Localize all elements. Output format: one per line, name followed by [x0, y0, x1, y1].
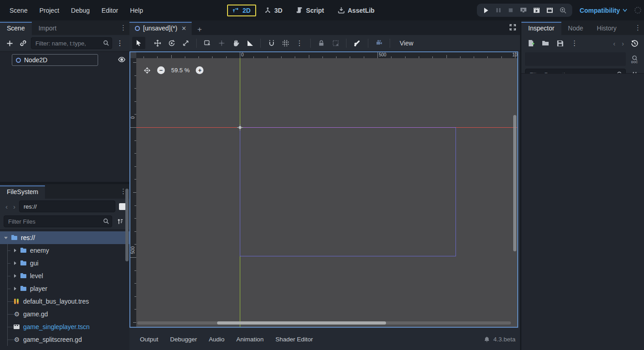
select-tool-button[interactable]	[132, 37, 145, 49]
renderer-dropdown[interactable]: Compatibility	[577, 5, 630, 16]
load-resource-button[interactable]	[540, 37, 551, 49]
pan-tool-button[interactable]	[229, 37, 242, 49]
file-tree-item[interactable]: gui	[0, 257, 129, 270]
file-sort-button[interactable]	[114, 215, 126, 227]
scene-dock-menu-button[interactable]: ⋮	[120, 24, 127, 32]
skeleton-options-button[interactable]	[351, 37, 364, 49]
play-button[interactable]	[481, 6, 490, 15]
workspace-3d-button[interactable]: 3D	[259, 5, 288, 16]
edit-back-button[interactable]: ‹	[611, 40, 617, 47]
bottom-panel-button[interactable]: Animation	[230, 334, 269, 345]
bottom-panel-button[interactable]: Output	[134, 334, 164, 345]
snap-options-button[interactable]: ⋮	[293, 37, 306, 49]
file-tree-item[interactable]: enemy	[0, 244, 129, 257]
current-path-field[interactable]	[19, 200, 115, 212]
ruler-tool-button[interactable]	[243, 37, 256, 49]
scene-tab-unsaved[interactable]: [unsaved](*) ✕	[129, 22, 192, 35]
dock-tab[interactable]: Scene	[0, 22, 32, 35]
menu-item[interactable]: Project	[34, 5, 65, 16]
bottom-panel-button[interactable]: Debugger	[164, 334, 203, 345]
menu-item[interactable]: Debug	[65, 5, 95, 16]
history-back-button[interactable]: ‹	[4, 203, 10, 210]
ruler-corner[interactable]	[130, 52, 136, 58]
toggle-split-mode-button[interactable]	[119, 203, 126, 210]
canvas-horizontal-scrollbar-thumb[interactable]	[217, 321, 386, 325]
lock-selected-button[interactable]	[315, 37, 328, 49]
file-tree[interactable]: res:// enemy gui level player	[0, 230, 129, 350]
list-select-tool-button[interactable]	[201, 37, 214, 49]
menu-item[interactable]: Scene	[4, 5, 34, 16]
chevron-icon[interactable]	[12, 260, 18, 266]
stop-button[interactable]	[506, 6, 515, 14]
distraction-free-button[interactable]	[509, 24, 516, 31]
scale-tool-button[interactable]	[179, 37, 192, 49]
search-icon	[103, 40, 109, 46]
file-tree-item[interactable]: game.gd	[0, 308, 129, 320]
grid-snap-button[interactable]	[279, 37, 292, 49]
view-menu-button[interactable]: View	[394, 38, 419, 49]
group-selected-button[interactable]	[329, 37, 342, 49]
zoom-level-label[interactable]: 59.5 %	[171, 67, 189, 74]
remote-debug-button[interactable]	[519, 6, 528, 15]
zoom-in-button[interactable]: +	[196, 66, 203, 74]
resource-options-button[interactable]: ⋮	[569, 37, 580, 49]
chevron-icon[interactable]	[12, 248, 18, 253]
dock-tab[interactable]: History	[590, 22, 624, 35]
object-history-button[interactable]	[629, 37, 640, 49]
filesystem-scrollbar[interactable]	[125, 189, 129, 261]
canvas-content[interactable]: − 59.5 % +	[136, 58, 517, 327]
center-view-button[interactable]	[144, 67, 151, 74]
rotate-tool-button[interactable]	[165, 37, 178, 49]
workspace-assetlib-button[interactable]: AssetLib	[332, 5, 380, 16]
file-tree-item[interactable]: default_bus_layout.tres	[0, 295, 129, 308]
notification-bell-icon[interactable]	[484, 336, 490, 343]
workspace-script-button[interactable]: Script	[291, 5, 330, 16]
canvas-vertical-scrollbar[interactable]	[513, 115, 516, 251]
dock-tab[interactable]: Import	[32, 22, 64, 35]
chevron-icon[interactable]	[12, 286, 18, 291]
move-tool-button[interactable]	[151, 37, 164, 49]
smart-snap-button[interactable]	[265, 37, 278, 49]
visibility-toggle-button[interactable]	[118, 55, 126, 64]
scene-tree-node-row[interactable]: Node2D	[0, 53, 129, 67]
filter-files-input[interactable]	[4, 215, 112, 227]
file-tree-item[interactable]: game_singleplayer.tscn	[0, 320, 129, 333]
add-node-button[interactable]	[4, 37, 15, 49]
file-tree-item[interactable]: level	[0, 270, 129, 282]
pause-button[interactable]	[494, 6, 503, 14]
inspector-dock-menu-button[interactable]: ⋮	[634, 24, 641, 32]
dock-tab[interactable]: Inspector	[521, 22, 561, 35]
edit-forward-button[interactable]: ›	[620, 40, 626, 47]
new-scene-tab-button[interactable]: +	[192, 24, 207, 35]
scene-filter-input[interactable]	[31, 37, 112, 49]
grid-icon	[282, 40, 289, 47]
menu-item[interactable]: Help	[124, 5, 149, 16]
bottom-panel-button[interactable]: Shader Editor	[269, 334, 319, 345]
movie-maker-mode-button[interactable]	[558, 6, 568, 15]
save-resource-button[interactable]	[554, 37, 566, 49]
file-tree-item[interactable]: res://	[0, 231, 129, 244]
zoom-out-button[interactable]: −	[157, 66, 165, 74]
filesystem-tab[interactable]: FileSystem	[0, 185, 45, 199]
pivot-tool-button[interactable]	[215, 37, 228, 49]
file-tree-item[interactable]: player	[0, 282, 129, 295]
workspace-2d-button[interactable]: 2D	[227, 5, 256, 16]
node-rename-box[interactable]: Node2D	[12, 54, 98, 66]
filesystem-dock-header: FileSystem	[0, 184, 129, 199]
close-tab-button[interactable]: ✕	[180, 25, 187, 32]
bottom-panel-button[interactable]: Audio	[203, 334, 231, 345]
file-tree-item[interactable]: game_splitscreen.gd	[0, 333, 129, 346]
scene-tree-options-button[interactable]: ⋮	[114, 37, 126, 49]
history-forward-button[interactable]: ›	[11, 203, 17, 210]
new-resource-button[interactable]	[525, 37, 537, 49]
open-docs-button[interactable]: DOC	[629, 53, 640, 65]
override-camera-button[interactable]	[372, 37, 386, 49]
play-scene-button[interactable]	[532, 6, 541, 15]
dock-tab[interactable]: Node	[561, 22, 590, 35]
chevron-icon[interactable]	[12, 273, 18, 279]
scene-tree[interactable]: Node2D	[0, 51, 129, 182]
menu-item[interactable]: Editor	[96, 5, 124, 16]
chevron-icon[interactable]	[3, 235, 9, 240]
play-custom-scene-button[interactable]	[545, 6, 555, 15]
instance-scene-button[interactable]	[17, 37, 29, 49]
